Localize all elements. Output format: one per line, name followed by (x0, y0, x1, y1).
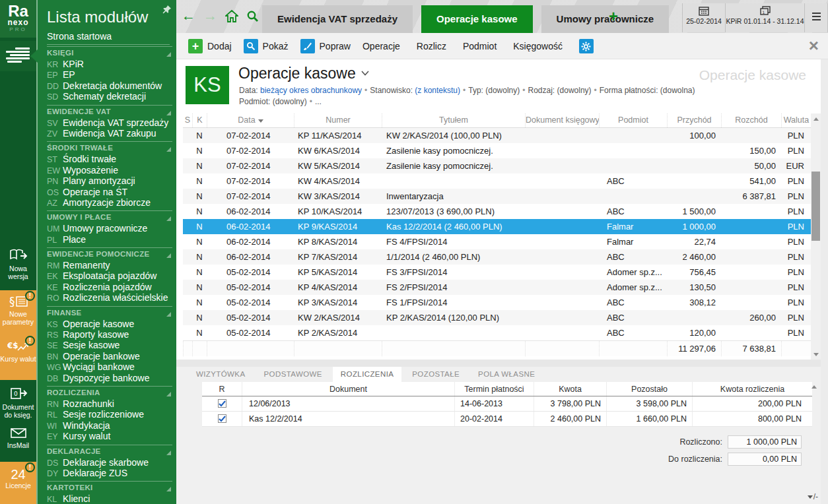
sidebar-item-ro[interactable]: RORozliczenia właścicielskie (47, 292, 172, 303)
detail-column-header-dokument[interactable]: Dokument (242, 382, 454, 396)
table-row[interactable]: N07-02-2014KP 11/KAS/2014KW 2/KAS/2014 (… (183, 128, 811, 143)
detail-column-header-kwota-rozliczenia[interactable]: Kwota rozliczenia (692, 382, 812, 396)
detail-tab-rozliczenia[interactable]: ROZLICZENIA (333, 367, 401, 382)
settled-checkbox[interactable] (218, 414, 226, 423)
table-row[interactable]: N06-02-2014KP 10/KAS/2014123/07/2013 (3 … (183, 204, 811, 219)
sidebar-item-zv[interactable]: ZVEwidencja VAT zakupu (47, 128, 172, 139)
column-header-waluta[interactable]: Waluta (781, 113, 811, 127)
toolbar-menu-podmiot[interactable]: Podmiot (463, 41, 497, 51)
sidebar-item-ew[interactable]: EWWyposażenie (47, 165, 172, 175)
sidebar-item-ks[interactable]: KSOperacje kasowe (47, 319, 172, 329)
sidebar-item-db[interactable]: DBDyspozycje bankowe (47, 373, 172, 383)
edit-icon[interactable] (300, 39, 315, 53)
sidebar-item-dy[interactable]: DYDeklaracje ZUS (47, 468, 172, 478)
sidebar-item-ey[interactable]: EYKursy walut (47, 431, 172, 441)
table-row[interactable]: N05-02-2014KP 2/KAS/2014ABC120,00PLN (183, 325, 811, 340)
sidebar-item-rm[interactable]: RMRemanenty (47, 260, 172, 270)
rail-button-insmail[interactable]: InsMail (0, 425, 36, 457)
sidebar-item-um[interactable]: UMUmowy pracownicze (47, 223, 172, 234)
vertical-scrollbar[interactable] (811, 113, 821, 360)
sidebar-item-se[interactable]: SESesje kasowe (47, 340, 172, 350)
detail-table-row[interactable]: 12/06/201314-06-20133 798,00 PLN3 598,00… (202, 396, 812, 412)
panel-splitter[interactable] (176, 360, 821, 367)
detail-column-header-kwota[interactable]: Kwota (534, 382, 606, 396)
show-button[interactable]: Pokaż (263, 41, 289, 51)
add-icon[interactable]: + (188, 39, 203, 53)
detail-tab-pola-własne[interactable]: POLA WŁASNE (470, 367, 543, 382)
toolbar-menu-operacje[interactable]: Operacje (362, 41, 400, 51)
sidebar-section-header[interactable]: ROZLICZENIA (47, 386, 172, 398)
sidebar-item-ds[interactable]: DSDeklaracje skarbowe (47, 457, 172, 468)
sidebar-item-ep[interactable]: EPEP (47, 69, 172, 80)
sidebar-item-az[interactable]: AZAmortyzacje zbiorcze (47, 197, 172, 208)
column-header-tytu-em[interactable]: Tytułem (382, 113, 525, 127)
table-row[interactable]: N07-02-2014KW 4/KAS/2014ABC541,00PLN (183, 173, 811, 189)
page-title[interactable]: Operacje kasowe (238, 65, 369, 82)
sidebar-item-pn[interactable]: PNPlany amortyzacji (47, 175, 172, 186)
column-header-data[interactable]: Data (207, 113, 294, 127)
period-button[interactable]: 1 KPiR 01.01.14 - 31.12.14 (725, 3, 804, 32)
table-row[interactable]: N07-02-2014KW 5/KAS/2014Zasilenie kasy p… (183, 158, 811, 173)
column-header-numer[interactable]: Numer (294, 113, 382, 127)
back-icon[interactable]: ← (182, 9, 195, 23)
column-header-przych-d[interactable]: Przychód (667, 113, 721, 127)
new-tab-button[interactable]: + (609, 9, 618, 24)
sidebar-item-sv[interactable]: SVEwidencja VAT sprzedaży (47, 117, 172, 128)
detail-tab-wizytówka[interactable]: WIZYTÓWKA (188, 367, 254, 382)
sidebar-section-header[interactable]: KARTOTEKI (47, 481, 172, 493)
toolbar-menu-ksi-gowo-[interactable]: Księgowość (513, 41, 563, 51)
window-menu-button[interactable] (804, 3, 828, 32)
rail-button-licencje[interactable]: ! 24 Licencje (0, 462, 36, 504)
detail-column-header-termin-p-atno-ci[interactable]: Termin płatności (454, 382, 534, 396)
sidebar-section-header[interactable]: FINANSE (47, 306, 172, 319)
table-row[interactable]: N06-02-2014KP 8/KAS/2014FS 4/FPSI/2014Fa… (183, 234, 811, 249)
sidebar-item-rn[interactable]: RNRozrachunki (47, 398, 172, 409)
sidebar-item-bn[interactable]: BNOperacje bankowe (47, 351, 172, 362)
sidebar-section-header[interactable]: EWIDENCJE POMOCNICZE (47, 247, 172, 260)
sidebar-section-header[interactable]: ŚRODKI TRWAŁE (47, 141, 172, 154)
table-row[interactable]: N06-02-2014KP 7/KAS/20141/1/2014 (2 460,… (183, 249, 811, 265)
home-icon[interactable] (225, 10, 238, 22)
show-icon[interactable] (244, 39, 258, 53)
column-header-k[interactable]: K (192, 113, 207, 127)
close-icon[interactable]: × (809, 37, 819, 54)
forward-icon[interactable]: → (203, 9, 217, 23)
table-row[interactable]: N06-02-2014KP 9/KAS/2014Kas 12/2/2014 (2… (183, 219, 811, 234)
scroll-up-arrow[interactable] (811, 113, 821, 124)
column-header-dokument-ksi-gowy[interactable]: Dokument księgowy (525, 113, 599, 127)
collapse-panel-control[interactable]: /- (808, 492, 818, 501)
rail-button-kursy-walut[interactable]: ! €$ Kursy walut (0, 335, 36, 380)
sidebar-item-ek[interactable]: EKEksploatacja pojazdów (47, 270, 172, 281)
sidebar-item-dd[interactable]: DDDekretacja dokumentów (47, 80, 172, 91)
sidebar-item-sd[interactable]: SDSchematy dekretacji (47, 91, 172, 102)
sidebar-item-wg[interactable]: WGWyciągi bankowe (47, 362, 172, 372)
edit-button[interactable]: Popraw (320, 41, 351, 51)
sidebar-section-header[interactable]: KSIĘGI (47, 46, 172, 59)
filter-value[interactable]: (z kontekstu) (415, 86, 460, 95)
sidebar-section-header[interactable]: EWIDENCJE VAT (47, 105, 172, 117)
column-header-rozch-d[interactable]: Rozchód (721, 113, 781, 127)
scroll-down-arrow[interactable] (811, 349, 821, 360)
table-row[interactable]: N07-02-2014KW 3/KAS/2014Inwentaryzacja6 … (183, 189, 811, 204)
sidebar-item-kr[interactable]: KRKPiR (47, 59, 172, 69)
tab-operacje-kasowe[interactable]: Operacje kasowe (421, 5, 533, 33)
column-header-podmiot[interactable]: Podmiot (599, 113, 667, 127)
sidebar-item-kl[interactable]: KLKlienci (47, 493, 172, 504)
detail-column-header-pozosta-o[interactable]: Pozostało (606, 382, 692, 396)
rail-button-dokument-do-ksieg[interactable]: 0 Dokument do księg. (0, 384, 36, 424)
filter-value[interactable]: bieżący okres obrachunkowy (260, 86, 362, 95)
sidebar-item-strona-startowa[interactable]: Strona startowa (47, 31, 170, 45)
table-row[interactable]: N05-02-2014KP 4/KAS/2014FS 2/FPSI/2014Ad… (183, 280, 811, 295)
column-header-s[interactable]: S (183, 113, 192, 127)
detail-table-row[interactable]: Kas 12/2/201420-02-20142 460,00 PLN1 660… (202, 412, 812, 427)
sidebar-item-rl[interactable]: RLSesje rozliczeniowe (47, 409, 172, 420)
rail-button-nowe-parametry[interactable]: ! § Nowe parametry (0, 290, 36, 335)
toolbar-menu-rozlicz[interactable]: Rozlicz (417, 41, 446, 51)
search-icon[interactable] (246, 10, 259, 22)
pin-icon[interactable] (162, 5, 172, 15)
date-button[interactable]: 25-02-2014 (682, 3, 725, 32)
tab-umowy-pracownicze[interactable]: Umowy pracownicze (541, 5, 670, 33)
add-button[interactable]: Dodaj (207, 41, 232, 51)
table-row[interactable]: N05-02-2014KP 3/KAS/2014FS 1/FPSI/2014AB… (183, 295, 811, 310)
table-row[interactable]: N05-02-2014KP 5/KAS/2014FS 3/FPSI/2014Ad… (183, 265, 811, 280)
